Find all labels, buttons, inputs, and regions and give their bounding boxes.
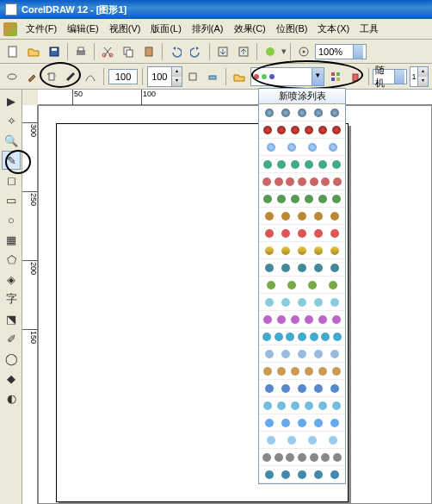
svg-rect-2: [52, 48, 57, 51]
dabs-input[interactable]: 1▴▾: [410, 66, 429, 87]
freehand-smoothing-input[interactable]: 100: [108, 69, 138, 84]
interactive-blend-tool[interactable]: ⬔: [2, 309, 21, 328]
menu-arrange[interactable]: 排列(A): [187, 21, 229, 37]
svg-point-13: [266, 47, 275, 56]
brush-button[interactable]: [23, 67, 40, 86]
menu-edit[interactable]: 编辑(E): [62, 21, 104, 37]
coreldraw-icon: [3, 22, 17, 36]
spray-pattern-item[interactable]: [259, 277, 345, 294]
separator: [162, 43, 163, 60]
svg-point-19: [54, 75, 56, 77]
graph-paper-tool[interactable]: ▦: [2, 230, 21, 249]
spray-pattern-item[interactable]: [259, 345, 345, 363]
options-button[interactable]: [294, 42, 313, 61]
separator: [209, 43, 210, 60]
spray-pattern-item[interactable]: [259, 259, 345, 277]
ellipse-tool[interactable]: ○: [2, 210, 21, 229]
spray-pattern-item[interactable]: [259, 414, 345, 432]
spray-pattern-item[interactable]: [259, 449, 345, 466]
polygon-tool[interactable]: ⬠: [2, 250, 21, 269]
menu-bitmap[interactable]: 位图(B): [271, 21, 313, 37]
horizontal-ruler[interactable]: 50 100: [38, 90, 432, 105]
spray-pattern-item[interactable]: [259, 225, 345, 242]
spraylist-combo[interactable]: ▼: [250, 67, 324, 86]
size-prop-button[interactable]: [204, 67, 221, 86]
export-button[interactable]: [234, 42, 253, 61]
spraylist-dropdown[interactable]: 新喷涂列表: [258, 88, 346, 484]
svg-rect-0: [9, 47, 16, 57]
spin-down-icon[interactable]: ▾: [171, 77, 182, 86]
delete-button[interactable]: [347, 67, 364, 86]
eyedropper-tool[interactable]: ✐: [2, 329, 21, 348]
spray-pattern-item[interactable]: [259, 104, 345, 121]
spray-order-value: 随机: [375, 64, 394, 90]
spray-pattern-item[interactable]: [259, 156, 345, 173]
artistic-media-tool[interactable]: ✎: [2, 151, 21, 170]
redo-button[interactable]: [187, 42, 206, 61]
menu-effects[interactable]: 效果(C): [229, 21, 271, 37]
spraylist-edit-button[interactable]: [327, 67, 344, 86]
calligraphic-button[interactable]: [63, 67, 80, 86]
menu-layout[interactable]: 版面(L): [145, 21, 186, 37]
shape-tool[interactable]: ✧: [2, 111, 21, 130]
spray-pattern-item[interactable]: [259, 380, 345, 397]
spray-pattern-item[interactable]: [259, 311, 345, 328]
separator: [94, 43, 95, 60]
interactive-fill-tool[interactable]: ◐: [2, 389, 21, 408]
import-button[interactable]: [213, 42, 232, 61]
dropdown-icon[interactable]: ▼: [312, 68, 324, 85]
spray-order-combo[interactable]: 随机: [373, 69, 407, 84]
text-tool[interactable]: 字: [2, 289, 21, 308]
pick-tool[interactable]: ▶: [2, 91, 21, 110]
preset-stroke-button[interactable]: [3, 67, 21, 86]
menu-tools[interactable]: 工具: [355, 21, 384, 37]
spray-pattern-item[interactable]: [259, 294, 345, 311]
rectangle-tool[interactable]: ▭: [2, 190, 21, 209]
dropdown-icon[interactable]: [353, 45, 363, 59]
spray-pattern-item[interactable]: [259, 208, 345, 225]
spray-pattern-item[interactable]: [259, 121, 345, 139]
smart-drawing-tool[interactable]: ◻: [2, 171, 21, 190]
pressure-button[interactable]: [82, 67, 99, 86]
spray-pattern-item[interactable]: [259, 328, 345, 345]
spray-pattern-item[interactable]: [259, 432, 345, 449]
spray-pattern-item[interactable]: [259, 242, 345, 259]
menu-text[interactable]: 文本(X): [312, 21, 355, 37]
dropdown-icon[interactable]: [394, 70, 404, 84]
save-button[interactable]: [45, 42, 64, 61]
basic-shapes-tool[interactable]: ◈: [2, 270, 21, 289]
print-button[interactable]: [71, 42, 90, 61]
paste-button[interactable]: [139, 42, 158, 61]
spray-pattern-item[interactable]: [259, 397, 345, 414]
ruler-tick: 300: [22, 122, 38, 137]
size-lock-button[interactable]: [185, 67, 202, 86]
drawing-canvas[interactable]: [38, 105, 432, 504]
menu-file[interactable]: 文件(F): [21, 21, 62, 37]
vertical-ruler[interactable]: 300 250 200 150: [22, 105, 38, 504]
spray-pattern-item[interactable]: [259, 363, 345, 380]
copy-button[interactable]: [119, 42, 138, 61]
open-button[interactable]: [24, 42, 43, 61]
menu-view[interactable]: 视图(V): [104, 21, 146, 37]
zoom-combo[interactable]: 100%: [315, 44, 367, 59]
separator: [368, 68, 369, 85]
outline-tool[interactable]: ◯: [2, 349, 21, 368]
spray-pattern-item[interactable]: [259, 173, 345, 190]
zoom-tool[interactable]: 🔍: [2, 131, 21, 150]
menu-bar: 文件(F) 编辑(E) 视图(V) 版面(L) 排列(A) 效果(C) 位图(B…: [0, 19, 432, 40]
spray-pattern-item[interactable]: [259, 466, 345, 483]
spray-pattern-item[interactable]: [259, 139, 345, 156]
sprayer-button[interactable]: [43, 67, 60, 86]
spray-size-input[interactable]: 100▴▾: [147, 66, 182, 87]
title-bar: CorelDRAW 12 - [图形1]: [0, 0, 432, 19]
spray-pattern-item[interactable]: [259, 190, 345, 208]
fill-tool[interactable]: ◆: [2, 369, 21, 388]
separator: [67, 43, 68, 60]
browse-button[interactable]: [231, 67, 248, 86]
spin-up-icon[interactable]: ▴: [171, 67, 182, 77]
app-launcher-button[interactable]: [261, 42, 280, 61]
new-button[interactable]: [3, 42, 22, 61]
cut-button[interactable]: [98, 42, 117, 61]
separator: [225, 68, 226, 85]
undo-button[interactable]: [166, 42, 185, 61]
